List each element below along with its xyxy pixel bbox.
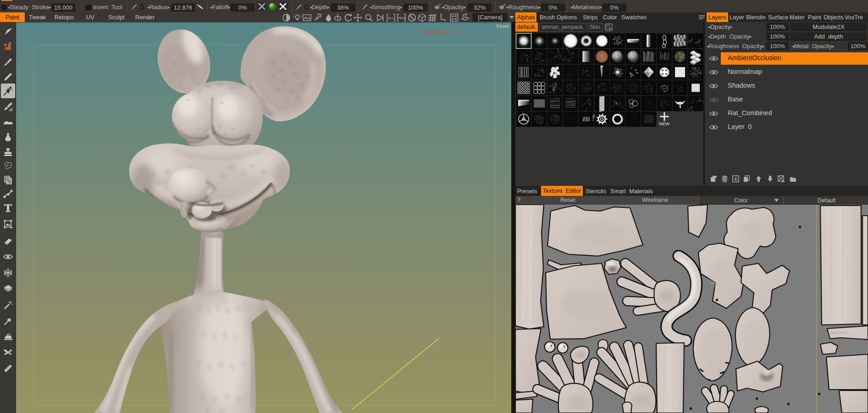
svg-text:NEW: NEW [659, 121, 669, 126]
svg-text:ALL: ALL [387, 16, 394, 20]
svg-text:PEN: PEN [398, 16, 405, 20]
